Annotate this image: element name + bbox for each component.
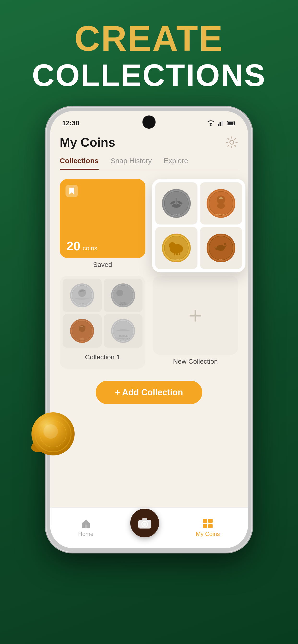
svg-text:ONE DIME: ONE DIME bbox=[119, 335, 127, 337]
saved-label: Saved bbox=[60, 261, 145, 268]
svg-text:人民币: 人民币 bbox=[173, 214, 180, 216]
svg-text:LIBERTY: LIBERTY bbox=[79, 326, 86, 327]
svg-rect-70 bbox=[203, 519, 207, 523]
svg-point-6 bbox=[210, 124, 212, 126]
svg-text:UNITED STATES: UNITED STATES bbox=[117, 338, 130, 340]
saved-popup: 人民币 bbox=[152, 179, 245, 272]
tab-explore[interactable]: Explore bbox=[164, 157, 188, 169]
svg-rect-35 bbox=[179, 252, 180, 255]
scroll-area: My Coins Collections Snap History Explor… bbox=[50, 130, 248, 526]
hero-title: CREATE COLLECTIONS bbox=[32, 19, 266, 92]
signal-icon bbox=[218, 120, 224, 126]
svg-rect-18 bbox=[176, 198, 177, 205]
collections-grid-row1: 20 coins Saved bbox=[60, 179, 238, 268]
svg-point-51 bbox=[116, 290, 123, 296]
settings-icon[interactable] bbox=[225, 136, 238, 149]
nav-home-label: Home bbox=[78, 531, 94, 538]
svg-rect-11 bbox=[228, 122, 233, 124]
popup-coin-4: CENTS bbox=[200, 227, 242, 269]
popup-collection-wrapper: 人民币 bbox=[153, 179, 238, 268]
new-collection-card[interactable]: + bbox=[153, 276, 238, 355]
wifi-icon bbox=[207, 120, 215, 126]
bookmark-icon bbox=[66, 185, 78, 197]
phone-screen: 12:30 bbox=[50, 111, 248, 548]
status-bar: 12:30 bbox=[50, 111, 248, 130]
hero-collections-text: COLLECTIONS bbox=[32, 58, 266, 92]
svg-text:WE TRUST: WE TRUST bbox=[119, 304, 128, 306]
svg-point-32 bbox=[169, 242, 176, 249]
svg-rect-72 bbox=[203, 524, 207, 528]
svg-rect-12 bbox=[234, 122, 235, 124]
hero-create-text: CREATE bbox=[32, 19, 266, 58]
popup-coin-2: ELIZABETH II bbox=[200, 182, 242, 224]
my-coins-grid-icon bbox=[203, 518, 213, 529]
coin-slot-4: ONE DIME UNITED STATES bbox=[104, 314, 143, 348]
new-collection-card-wrapper: + New Collection bbox=[153, 276, 238, 369]
saved-card[interactable]: 20 coins Saved bbox=[60, 179, 145, 268]
nav-mycoins-label: My Coins bbox=[196, 531, 220, 538]
add-collection-button[interactable]: + Add Collection bbox=[96, 381, 202, 404]
svg-point-68 bbox=[143, 522, 146, 526]
tab-snap-history[interactable]: Snap History bbox=[111, 157, 152, 169]
coin-slot-3: LIBERTY 2021 bbox=[63, 314, 102, 348]
svg-text:CENTS: CENTS bbox=[218, 258, 224, 260]
svg-rect-71 bbox=[208, 519, 213, 523]
phone-frame: 12:30 bbox=[46, 107, 252, 552]
svg-text:ELIZABETH II: ELIZABETH II bbox=[215, 214, 227, 216]
popup-coin-1: 人民币 bbox=[155, 182, 198, 224]
home-icon bbox=[81, 518, 91, 529]
svg-rect-7 bbox=[218, 124, 219, 126]
camera-notch bbox=[142, 116, 156, 129]
svg-text:20 DOLLARS: 20 DOLLARS bbox=[171, 258, 182, 260]
svg-rect-8 bbox=[220, 122, 221, 126]
status-icons bbox=[207, 120, 236, 126]
app-title: My Coins bbox=[60, 135, 115, 150]
gold-coin-decoration bbox=[27, 409, 79, 462]
svg-point-69 bbox=[148, 520, 150, 522]
saved-count-suffix: coins bbox=[83, 244, 97, 252]
app-content: My Coins Collections Snap History Explor… bbox=[50, 130, 248, 404]
battery-icon bbox=[227, 121, 236, 126]
nav-item-home[interactable]: Home bbox=[78, 518, 94, 538]
svg-rect-33 bbox=[174, 252, 175, 256]
new-collection-plus-icon: + bbox=[188, 303, 202, 327]
svg-rect-65 bbox=[85, 525, 87, 528]
collection1-card[interactable]: LIBERTY 2017 bbox=[60, 276, 145, 369]
svg-rect-9 bbox=[221, 121, 223, 126]
coin-slot-2: IN GOD WE TRUST bbox=[104, 279, 143, 312]
svg-text:2017: 2017 bbox=[80, 302, 84, 304]
saved-count: 20 bbox=[66, 239, 80, 253]
add-collection-container: + Add Collection bbox=[60, 369, 238, 404]
camera-icon bbox=[138, 517, 152, 529]
nav-item-mycoins[interactable]: My Coins bbox=[196, 518, 220, 538]
collection1-coins: LIBERTY 2017 bbox=[60, 276, 145, 350]
popup-coin-3: 20 DOLLARS bbox=[155, 227, 198, 269]
svg-point-4 bbox=[43, 424, 58, 439]
bottom-nav: Home My Coins bbox=[50, 508, 248, 548]
collection1-label: Collection 1 bbox=[60, 350, 145, 364]
svg-point-13 bbox=[230, 140, 234, 144]
new-collection-label: New Collection bbox=[153, 355, 238, 369]
tabs-bar: Collections Snap History Explore bbox=[60, 157, 238, 170]
svg-rect-73 bbox=[208, 524, 213, 528]
svg-text:IN GOD: IN GOD bbox=[120, 302, 126, 304]
add-collection-label: + Add Collection bbox=[115, 388, 183, 398]
svg-text:LIBERTY: LIBERTY bbox=[79, 290, 86, 292]
svg-point-40 bbox=[224, 243, 226, 246]
svg-point-26 bbox=[217, 203, 225, 209]
svg-rect-34 bbox=[176, 252, 178, 256]
app-header: My Coins bbox=[60, 135, 238, 150]
coin-slot-1: LIBERTY 2017 bbox=[63, 279, 102, 312]
collections-grid-row2: LIBERTY 2017 bbox=[60, 276, 238, 369]
status-time: 12:30 bbox=[62, 119, 79, 127]
svg-text:2021: 2021 bbox=[80, 338, 84, 340]
camera-button[interactable] bbox=[130, 509, 159, 538]
tab-collections[interactable]: Collections bbox=[60, 157, 99, 170]
